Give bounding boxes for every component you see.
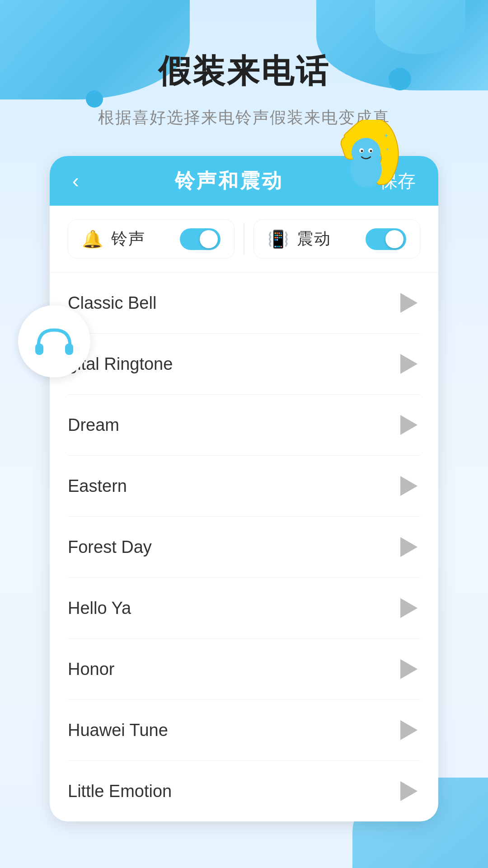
svg-point-4 bbox=[361, 150, 363, 152]
ringtone-item[interactable]: gital Ringtone bbox=[68, 334, 420, 395]
vibrate-toggle-group: 📳 震动 bbox=[253, 219, 420, 259]
play-button[interactable] bbox=[398, 536, 420, 558]
ringtone-name: Honor bbox=[68, 660, 115, 679]
toggle-divider bbox=[244, 223, 244, 255]
phone-card: ‹ 铃声和震动 保存 🔔 铃声 📳 震动 Classic Bellgital R… bbox=[50, 156, 438, 821]
play-button[interactable] bbox=[398, 597, 420, 619]
play-icon bbox=[400, 476, 418, 496]
svg-point-1 bbox=[352, 138, 380, 167]
ringtone-name: Little Emotion bbox=[68, 782, 172, 801]
ringtone-toggle-switch[interactable] bbox=[180, 228, 221, 250]
play-icon bbox=[400, 354, 418, 374]
headphone-badge bbox=[18, 305, 90, 377]
bell-icon: 🔔 bbox=[82, 229, 103, 249]
play-icon bbox=[400, 720, 418, 740]
mascot-illustration: + • • bbox=[321, 120, 411, 192]
ringtone-name: Dream bbox=[68, 415, 119, 435]
ringtone-item[interactable]: Hello Ya bbox=[68, 578, 420, 639]
page-subtitle: 根据喜好选择来电铃声假装来电变成真 bbox=[0, 107, 488, 129]
svg-rect-9 bbox=[35, 344, 43, 355]
svg-text:•: • bbox=[391, 143, 393, 148]
ringtone-name: Classic Bell bbox=[68, 293, 156, 313]
play-button[interactable] bbox=[398, 719, 420, 741]
svg-text:+: + bbox=[384, 132, 388, 139]
play-icon bbox=[400, 293, 418, 313]
ringtone-item[interactable]: Eastern bbox=[68, 456, 420, 517]
phone-card-wrapper: + • • ‹ 铃声和震动 保存 🔔 铃声 bbox=[50, 156, 438, 821]
ringtone-item[interactable]: Little Emotion bbox=[68, 761, 420, 821]
play-button[interactable] bbox=[398, 780, 420, 802]
ringtone-name: Huawei Tune bbox=[68, 721, 168, 740]
ringtone-item[interactable]: Forest Day bbox=[68, 517, 420, 578]
ringtone-toggle-group: 🔔 铃声 bbox=[68, 219, 235, 259]
play-button[interactable] bbox=[398, 292, 420, 314]
ringtone-item[interactable]: Huawei Tune bbox=[68, 700, 420, 761]
play-button[interactable] bbox=[398, 658, 420, 680]
page-title: 假装来电话 bbox=[0, 50, 488, 93]
ringtone-item[interactable]: Dream bbox=[68, 395, 420, 456]
ringtone-name: Forest Day bbox=[68, 538, 152, 557]
play-button[interactable] bbox=[398, 414, 420, 436]
play-icon bbox=[400, 598, 418, 618]
ringtone-toggle-label: 铃声 bbox=[111, 228, 145, 250]
topbar-title: 铃声和震动 bbox=[175, 168, 283, 194]
play-icon bbox=[400, 415, 418, 435]
ringtone-list: Classic Bellgital RingtoneDreamEasternFo… bbox=[50, 273, 438, 821]
toggle-row: 🔔 铃声 📳 震动 bbox=[50, 206, 438, 273]
ringtone-item[interactable]: Honor bbox=[68, 639, 420, 700]
svg-point-5 bbox=[370, 150, 372, 152]
svg-rect-10 bbox=[65, 344, 73, 355]
play-icon bbox=[400, 781, 418, 801]
svg-text:•: • bbox=[386, 146, 388, 153]
back-button[interactable]: ‹ bbox=[72, 170, 79, 192]
page-header: 假装来电话 根据喜好选择来电铃声假装来电变成真 bbox=[0, 0, 488, 129]
vibrate-icon: 📳 bbox=[267, 229, 289, 249]
ringtone-item[interactable]: Classic Bell bbox=[68, 273, 420, 334]
vibrate-toggle-switch[interactable] bbox=[366, 228, 406, 250]
ringtone-name: Eastern bbox=[68, 476, 127, 496]
play-icon bbox=[400, 537, 418, 557]
play-button[interactable] bbox=[398, 353, 420, 375]
play-icon bbox=[400, 659, 418, 679]
play-button[interactable] bbox=[398, 475, 420, 497]
vibrate-toggle-label: 震动 bbox=[297, 228, 331, 250]
ringtone-name: Hello Ya bbox=[68, 599, 131, 618]
